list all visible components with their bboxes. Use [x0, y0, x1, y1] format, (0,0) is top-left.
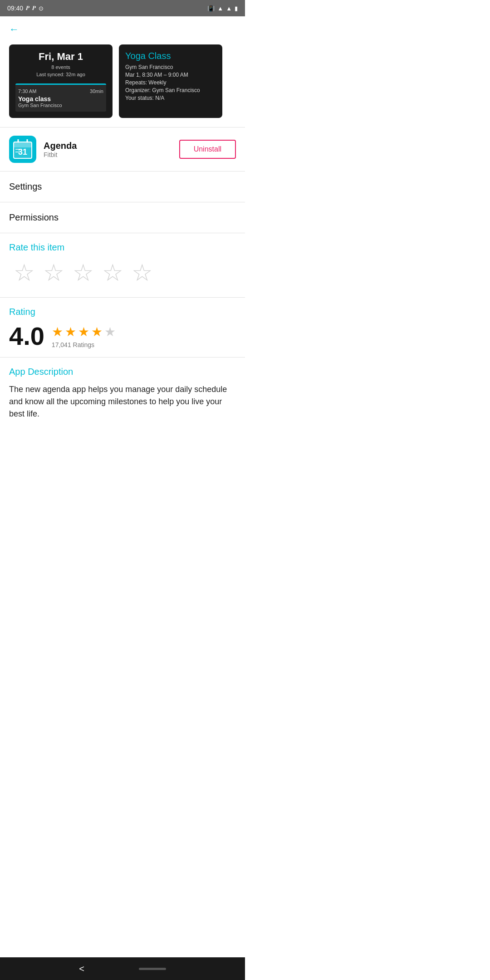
rate-title: Rate this item — [9, 242, 236, 253]
screenshots-section: Fri, Mar 1 8 events Last synced: 32m ago… — [0, 40, 245, 127]
wifi-icon: ▲ — [217, 5, 223, 12]
rating-section: Rating 4.0 ★ ★ ★ ★ ★ 17,041 Ratings — [0, 298, 245, 358]
sc1-event-location: Gym San Francisco — [18, 103, 103, 108]
rate-star-3[interactable]: ☆ — [73, 261, 94, 284]
svg-rect-2 — [14, 142, 32, 147]
status-bar: 09:40 𝑷 𝑷 ⊙ 📳 ▲ ▲ ▮ — [0, 0, 245, 16]
description-section: App Description The new agenda app helps… — [0, 358, 245, 425]
app-icon: 31 — [9, 136, 36, 163]
description-title: App Description — [9, 367, 236, 377]
filled-star-4: ★ — [91, 324, 103, 339]
sc1-date: Fri, Mar 1 — [15, 51, 106, 63]
sc1-event-time-label: 7:30 AM — [18, 88, 36, 94]
sc2-organizer: Organizer: Gym San Francisco — [125, 87, 216, 93]
sc1-events: 8 events — [15, 64, 106, 70]
rate-stars-row: ☆ ☆ ☆ ☆ ☆ — [9, 261, 236, 293]
rating-score: 4.0 — [9, 323, 44, 349]
sc2-venue: Gym San Francisco — [125, 64, 216, 70]
ratings-count: 17,041 Ratings — [52, 341, 116, 348]
sc1-event-duration: 30min — [90, 88, 103, 94]
sc1-event: 7:30 AM 30min Yoga class Gym San Francis… — [15, 83, 106, 112]
description-text: The new agenda app helps you manage your… — [9, 383, 236, 420]
rate-section: Rate this item ☆ ☆ ☆ ☆ ☆ — [0, 233, 245, 298]
sc1-synced: Last synced: 32m ago — [15, 72, 106, 77]
pushbullet2-icon: 𝑷 — [32, 5, 36, 12]
sc1-event-name: Yoga class — [18, 95, 103, 103]
sc2-status: Your status: N/A — [125, 95, 216, 101]
target-icon: ⊙ — [39, 5, 44, 12]
sc1-event-time-row: 7:30 AM 30min — [18, 88, 103, 94]
rate-star-5[interactable]: ☆ — [132, 261, 153, 284]
app-developer: Fitbit — [44, 151, 77, 158]
status-bar-left: 09:40 𝑷 𝑷 ⊙ — [7, 5, 44, 12]
rate-star-2[interactable]: ☆ — [43, 261, 64, 284]
app-text-info: Agenda Fitbit — [44, 141, 77, 158]
permissions-label: Permissions — [9, 212, 59, 222]
filled-star-1: ★ — [52, 324, 63, 339]
sc2-repeats: Repeats: Weekly — [125, 79, 216, 86]
filled-stars-row: ★ ★ ★ ★ ★ — [52, 324, 116, 339]
vibrate-icon: 📳 — [207, 5, 215, 12]
settings-label: Settings — [9, 181, 42, 191]
sc2-title: Yoga Class — [125, 51, 216, 61]
app-info-left: 31 Agenda Fitbit — [9, 136, 77, 163]
app-info-row: 31 Agenda Fitbit Uninstall — [0, 127, 245, 171]
status-bar-right: 📳 ▲ ▲ ▮ — [207, 5, 238, 12]
rate-star-4[interactable]: ☆ — [102, 261, 123, 284]
back-nav: ← — [0, 16, 245, 40]
pushbullet-icon: 𝑷 — [26, 5, 29, 12]
screenshot-card-1: Fri, Mar 1 8 events Last synced: 32m ago… — [9, 44, 113, 118]
settings-item[interactable]: Settings — [0, 172, 245, 202]
filled-star-3: ★ — [78, 324, 89, 339]
app-name: Agenda — [44, 141, 77, 151]
rating-stars-info: ★ ★ ★ ★ ★ 17,041 Ratings — [52, 324, 116, 348]
status-time: 09:40 — [7, 5, 23, 12]
signal-icon: ▲ — [226, 5, 232, 12]
rating-row: 4.0 ★ ★ ★ ★ ★ 17,041 Ratings — [9, 323, 236, 349]
screenshot-card-2: Yoga Class Gym San Francisco Mar 1, 8:30… — [119, 44, 222, 118]
app-icon-svg: 31 — [13, 139, 33, 159]
rate-star-1[interactable]: ☆ — [14, 261, 35, 284]
battery-icon: ▮ — [235, 5, 238, 12]
filled-star-2: ★ — [65, 324, 76, 339]
empty-star-5: ★ — [104, 324, 116, 339]
rating-label: Rating — [9, 307, 236, 317]
sc2-datetime: Mar 1, 8:30 AM – 9:00 AM — [125, 72, 216, 78]
permissions-item[interactable]: Permissions — [0, 202, 245, 233]
back-button[interactable]: ← — [9, 24, 19, 35]
uninstall-button[interactable]: Uninstall — [179, 140, 236, 159]
